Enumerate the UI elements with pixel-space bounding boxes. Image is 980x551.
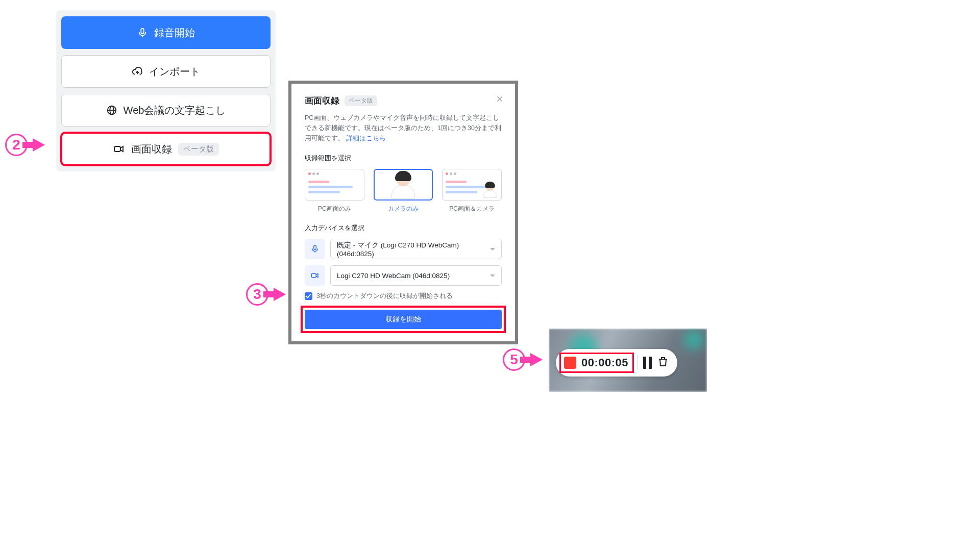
- import-label: インポート: [149, 65, 200, 79]
- screen-record-dialog-frame: 画面収録 ベータ版 PC画面、ウェブカメラやマイク音声を同時に収録して文字起こし…: [288, 81, 518, 344]
- step-marker-3: 3: [246, 283, 286, 306]
- start-recording-label: 録音開始: [154, 26, 195, 40]
- video-camera-icon: [310, 271, 320, 280]
- start-recording-button[interactable]: 録音開始: [61, 16, 271, 49]
- mic-icon: [310, 244, 320, 254]
- scope-caption: カメラのみ: [374, 205, 433, 213]
- svg-rect-5: [311, 273, 316, 278]
- countdown-checkbox-row[interactable]: 3秒のカウントダウンの後に収録が開始される: [305, 292, 502, 300]
- divider: [638, 356, 638, 370]
- start-recording-highlight: 収録を開始: [303, 308, 504, 331]
- close-icon: [496, 95, 504, 103]
- web-meeting-transcribe-button[interactable]: Web会議の文字起こし: [61, 94, 271, 127]
- mic-icon: [137, 27, 148, 38]
- stop-icon: [564, 357, 576, 369]
- dialog-description-text: PC画面、ウェブカメラやマイク音声を同時に収録して文字起こしできる新機能です。現…: [305, 114, 501, 142]
- svg-rect-0: [141, 29, 144, 34]
- discard-button[interactable]: [657, 356, 669, 370]
- checkbox-checked-icon: [305, 292, 312, 300]
- beta-badge: ベータ版: [178, 143, 219, 156]
- import-button[interactable]: インポート: [61, 55, 271, 88]
- video-camera-icon: [113, 143, 125, 155]
- scope-option-pc-and-camera[interactable]: PC画面＆カメラ: [442, 169, 502, 213]
- mic-icon-box: [305, 239, 325, 259]
- device-section-label: 入力デバイスを選択: [305, 223, 502, 233]
- panel-bg: [683, 330, 704, 350]
- dialog-description: PC画面、ウェブカメラやマイク音声を同時に収録して文字起こしできる新機能です。現…: [305, 113, 502, 143]
- scope-thumb-pc-camera: [442, 169, 502, 201]
- elapsed-time: 00:00:05: [581, 356, 628, 369]
- screen-record-dialog: 画面収録 ベータ版 PC画面、ウェブカメラやマイク音声を同時に収録して文字起こし…: [291, 84, 515, 341]
- arrow-icon: [33, 138, 45, 152]
- scope-section-label: 収録範囲を選択: [305, 154, 502, 163]
- scope-thumb-camera: [374, 169, 433, 201]
- main-menu-panel: 録音開始 インポート Web会議の文字起こし 画面収録 ベータ版: [56, 10, 276, 171]
- cloud-upload-icon: [132, 66, 143, 77]
- scope-caption: PC画面＆カメラ: [442, 205, 502, 213]
- start-recording-button[interactable]: 収録を開始: [305, 310, 502, 329]
- start-recording-label: 収録を開始: [385, 315, 421, 324]
- pause-icon-bar: [643, 357, 646, 369]
- scope-thumb-pc: [305, 169, 364, 201]
- dialog-header: 画面収録 ベータ版: [305, 95, 502, 107]
- arrow-icon: [274, 288, 286, 301]
- camera-select[interactable]: Logi C270 HD WebCam (046d:0825): [330, 265, 502, 286]
- screen-record-button[interactable]: 画面収録 ベータ版: [61, 133, 271, 165]
- camera-select-value: Logi C270 HD WebCam (046d:0825): [337, 272, 450, 280]
- camera-select-row: Logi C270 HD WebCam (046d:0825): [305, 265, 502, 286]
- svg-rect-3: [114, 146, 120, 152]
- camera-icon-box: [305, 265, 325, 286]
- step-marker-5: 5: [503, 348, 543, 371]
- step-marker-2: 2: [5, 134, 45, 156]
- web-meeting-label: Web会議の文字起こし: [124, 104, 226, 117]
- recording-pill: 00:00:05: [556, 349, 677, 377]
- dialog-title: 画面収録: [305, 95, 339, 107]
- pause-button[interactable]: [643, 357, 652, 369]
- arrow-icon: [530, 353, 543, 366]
- web-meeting-icon: [106, 105, 117, 116]
- scope-options: PC画面のみ カメラのみ PC画面＆カメラ: [305, 169, 502, 213]
- screen-record-label: 画面収録: [131, 142, 172, 156]
- recording-control-panel: 00:00:05: [549, 329, 707, 392]
- close-button[interactable]: [496, 95, 504, 106]
- svg-rect-4: [314, 245, 316, 249]
- scope-option-camera-only[interactable]: カメラのみ: [374, 169, 433, 213]
- pause-icon-bar: [649, 357, 652, 369]
- trash-icon: [657, 356, 669, 368]
- mic-select-value: 既定 - マイク (Logi C270 HD WebCam) (046d:082…: [337, 241, 486, 258]
- countdown-label: 3秒のカウントダウンの後に収録が開始される: [316, 292, 453, 300]
- beta-badge: ベータ版: [345, 95, 377, 106]
- stop-and-timer-group[interactable]: 00:00:05: [561, 354, 632, 371]
- details-link[interactable]: 詳細はこちら: [346, 135, 386, 142]
- scope-option-pc-only[interactable]: PC画面のみ: [305, 169, 364, 213]
- mic-select[interactable]: 既定 - マイク (Logi C270 HD WebCam) (046d:082…: [330, 239, 502, 259]
- scope-caption: PC画面のみ: [305, 205, 364, 213]
- mic-select-row: 既定 - マイク (Logi C270 HD WebCam) (046d:082…: [305, 239, 502, 259]
